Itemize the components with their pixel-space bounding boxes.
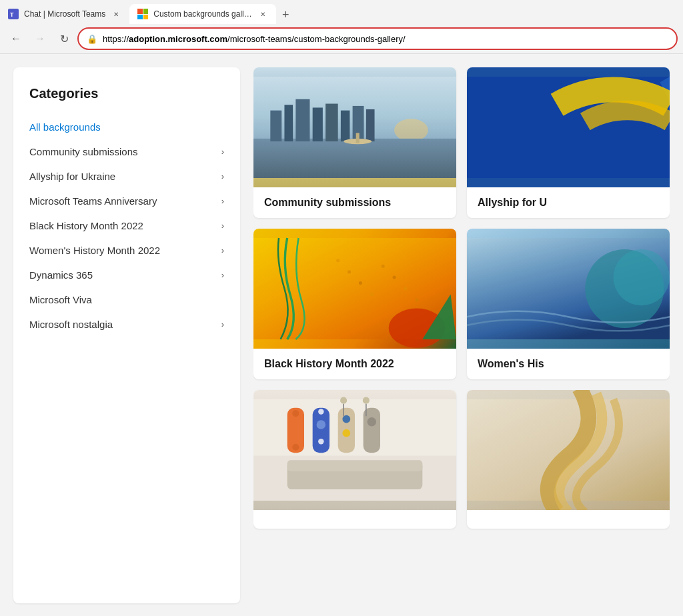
tab-gallery-close[interactable]: ✕ xyxy=(257,9,268,19)
chevron-right-icon: › xyxy=(221,221,224,231)
card-womens[interactable]: Women's His xyxy=(467,229,670,379)
sidebar-item-community-submissions-label: Community submissions xyxy=(29,146,138,157)
svg-point-37 xyxy=(317,420,326,429)
chevron-right-icon: › xyxy=(221,147,224,157)
sidebar-item-all-backgrounds-label: All backgrounds xyxy=(29,121,101,133)
sidebar-item-allyship-ukraine-label: Allyship for Ukraine xyxy=(29,171,115,182)
card-allyship-label: Allyship for U xyxy=(467,187,670,218)
address-bar[interactable]: 🔒 https://adoption.microsoft.com/microso… xyxy=(77,27,678,50)
svg-rect-35 xyxy=(313,408,329,453)
card-ribbon[interactable] xyxy=(467,390,670,529)
svg-point-33 xyxy=(292,410,299,417)
sidebar-item-community-submissions[interactable]: Community submissions › xyxy=(29,139,224,164)
svg-rect-45 xyxy=(287,460,423,471)
card-black-history[interactable]: Black History Month 2022 xyxy=(253,229,456,379)
card-ribbon-label xyxy=(467,510,670,529)
card-skateboard-image xyxy=(253,390,456,510)
sidebar-item-dynamics-365[interactable]: Dynamics 365 › xyxy=(29,263,224,287)
address-text: https://adoption.microsoft.com/microsoft… xyxy=(103,34,406,44)
tab-teams-close[interactable]: ✕ xyxy=(111,9,121,19)
svg-text:T: T xyxy=(10,11,14,18)
sidebar-item-microsoft-nostalgia[interactable]: Microsoft nostalgia › xyxy=(29,312,224,337)
gallery-grid-container: Community submissions Ally xyxy=(253,67,670,603)
svg-rect-8 xyxy=(313,107,323,141)
svg-point-36 xyxy=(318,409,323,414)
card-womens-label: Women's His xyxy=(467,349,670,379)
card-black-history-label: Black History Month 2022 xyxy=(253,349,456,379)
svg-point-24 xyxy=(415,298,418,301)
reload-button[interactable]: ↻ xyxy=(53,28,75,49)
svg-point-22 xyxy=(393,276,396,279)
chevron-right-icon: › xyxy=(221,270,224,280)
card-allyship-image xyxy=(467,67,670,187)
ms-favicon-icon xyxy=(137,9,148,19)
tab-gallery[interactable]: Custom backgrounds gallery for ✕ xyxy=(129,4,276,24)
chevron-right-icon: › xyxy=(221,196,224,206)
svg-point-29 xyxy=(614,249,670,305)
new-tab-button[interactable]: + xyxy=(276,5,295,24)
sidebar-item-ms-teams-anniversary-label: Microsoft Teams Anniversary xyxy=(29,195,157,207)
card-allyship[interactable]: Allyship for U xyxy=(467,67,670,218)
tab-teams-title: Chat | Microsoft Teams xyxy=(24,9,105,19)
nav-bar: ← → ↻ 🔒 https://adoption.microsoft.com/m… xyxy=(0,24,683,53)
sidebar-item-allyship-ukraine[interactable]: Allyship for Ukraine › xyxy=(29,164,224,189)
svg-point-17 xyxy=(336,259,339,262)
svg-point-41 xyxy=(342,429,350,437)
svg-rect-4 xyxy=(253,139,456,178)
svg-point-20 xyxy=(370,293,374,296)
svg-rect-7 xyxy=(295,99,309,141)
page-content: Categories All backgrounds Community sub… xyxy=(0,54,683,616)
back-button[interactable]: ← xyxy=(5,28,27,49)
card-community-label: Community submissions xyxy=(253,187,456,218)
forward-button[interactable]: → xyxy=(29,28,51,49)
sidebar-item-all-backgrounds[interactable]: All backgrounds xyxy=(29,115,224,139)
lock-icon: 🔒 xyxy=(87,34,97,44)
svg-point-34 xyxy=(292,444,299,451)
teams-favicon-icon: T xyxy=(8,9,19,19)
svg-point-40 xyxy=(342,415,350,423)
svg-point-21 xyxy=(382,265,385,268)
svg-rect-14 xyxy=(356,133,360,143)
svg-rect-6 xyxy=(284,105,293,141)
svg-rect-10 xyxy=(341,111,350,141)
svg-point-3 xyxy=(394,119,428,141)
sidebar-item-womens-history-month[interactable]: Women's History Month 2022 › xyxy=(29,238,224,263)
sidebar-item-dynamics-365-label: Dynamics 365 xyxy=(29,269,93,281)
svg-point-23 xyxy=(404,287,407,290)
tab-gallery-title: Custom backgrounds gallery for xyxy=(153,9,252,19)
sidebar: Categories All backgrounds Community sub… xyxy=(13,67,240,603)
chevron-right-icon: › xyxy=(221,171,224,181)
card-womens-image xyxy=(467,229,670,349)
sidebar-title: Categories xyxy=(29,86,224,101)
browser-chrome: T Chat | Microsoft Teams ✕ Custom backgr… xyxy=(0,0,683,54)
svg-point-18 xyxy=(348,270,351,273)
svg-point-38 xyxy=(318,439,323,444)
card-community-submissions[interactable]: Community submissions xyxy=(253,67,456,218)
chevron-right-icon: › xyxy=(221,245,224,255)
tab-teams[interactable]: T Chat | Microsoft Teams ✕ xyxy=(0,4,129,24)
sidebar-item-microsoft-viva-label: Microsoft Viva xyxy=(29,294,92,305)
card-community-image xyxy=(253,67,456,187)
svg-point-46 xyxy=(340,397,347,404)
svg-rect-12 xyxy=(366,109,375,141)
sidebar-item-womens-history-month-label: Women's History Month 2022 xyxy=(29,245,160,256)
sidebar-item-microsoft-viva[interactable]: Microsoft Viva xyxy=(29,287,224,312)
sidebar-item-ms-teams-anniversary[interactable]: Microsoft Teams Anniversary › xyxy=(29,189,224,213)
svg-rect-9 xyxy=(325,104,338,142)
sidebar-item-black-history-month-label: Black History Month 2022 xyxy=(29,220,143,231)
card-skateboard[interactable] xyxy=(253,390,456,529)
svg-point-19 xyxy=(359,281,362,285)
chevron-right-icon: › xyxy=(221,319,224,329)
card-ribbon-image xyxy=(467,390,670,510)
svg-rect-5 xyxy=(270,111,281,141)
sidebar-item-microsoft-nostalgia-label: Microsoft nostalgia xyxy=(29,319,113,330)
tab-bar: T Chat | Microsoft Teams ✕ Custom backgr… xyxy=(0,0,683,24)
cards-grid: Community submissions Ally xyxy=(253,67,670,529)
card-skateboard-label xyxy=(253,510,456,529)
card-black-history-image xyxy=(253,229,456,349)
svg-point-43 xyxy=(368,417,377,427)
sidebar-item-black-history-month[interactable]: Black History Month 2022 › xyxy=(29,213,224,238)
svg-point-48 xyxy=(363,397,370,404)
